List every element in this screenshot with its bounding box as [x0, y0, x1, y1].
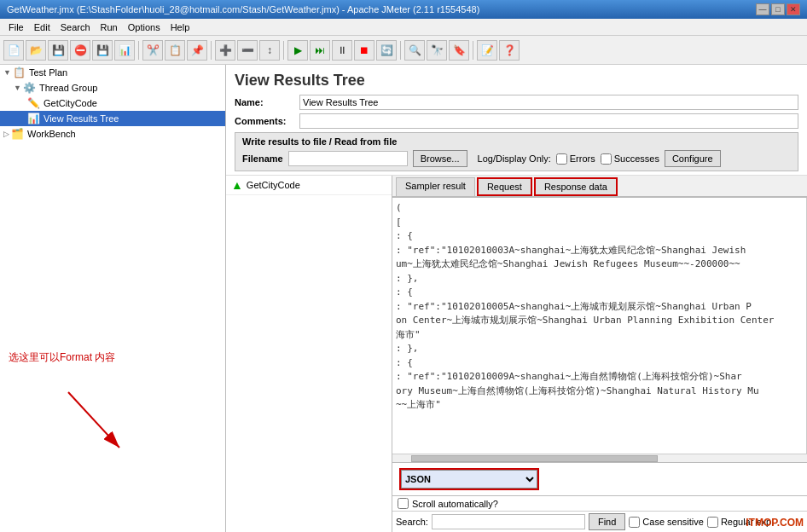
tb-paste[interactable]: 📌	[187, 40, 207, 61]
resp-line-0: (	[396, 201, 803, 216]
tb-help[interactable]: ❓	[499, 40, 520, 61]
resp-line-8: on Center~上海城市规划展示馆~Shanghai Urban Plann…	[396, 314, 803, 328]
sample-item-label: GetCityCode	[247, 180, 300, 190]
comments-row: Comments:	[235, 113, 798, 129]
resp-line-10: : },	[396, 342, 803, 356]
tree-node-viewresults[interactable]: 📊 View Results Tree	[0, 111, 225, 126]
errors-label: Errors	[570, 153, 595, 164]
configure-btn[interactable]: Configure	[665, 150, 721, 167]
comments-input[interactable]	[299, 113, 798, 129]
tree-node-testplan[interactable]: ▼ 📋 Test Plan	[0, 65, 225, 80]
minimize-btn[interactable]: —	[756, 3, 769, 15]
resp-line-7: : "ref":"10102010005A~shanghai~上海城市规划展示馆…	[396, 300, 803, 315]
toolbar: 📄 📂 💾 ⛔ 💾 📊 ✂️ 📋 📌 ➕ ➖ ↕️ ▶ ⏭ ⏸ ⏹ 🔄 🔍 🔭 …	[0, 36, 807, 65]
regular-exp-checkbox[interactable]	[707, 517, 718, 528]
file-row: Filename Browse... Log/Display Only: Err…	[242, 150, 791, 167]
menu-options[interactable]: Options	[123, 21, 165, 33]
file-section: Write results to file / Read from file F…	[235, 132, 798, 171]
tb-add[interactable]: ➕	[215, 40, 235, 61]
resp-line-6: : {	[396, 286, 803, 300]
tb-action-scissors[interactable]: 🔖	[449, 40, 469, 61]
tb-clear[interactable]: 🔄	[376, 40, 397, 61]
watermark: ITMOP.COM	[746, 517, 804, 529]
results-panel: Sampler result Request Response data ( […	[392, 176, 807, 532]
menu-file[interactable]: File	[3, 21, 29, 33]
successes-checkbox-label[interactable]: Successes	[601, 153, 659, 165]
case-sensitive-checkbox[interactable]	[629, 517, 640, 528]
tb-open[interactable]: 📂	[26, 40, 46, 61]
status-icon-green: ▲	[231, 178, 243, 192]
tb-remove[interactable]: ➖	[237, 40, 258, 61]
filename-input[interactable]	[288, 151, 408, 166]
errors-checkbox[interactable]	[556, 153, 567, 165]
horizontal-scrollbar[interactable]	[392, 454, 807, 462]
tb-list[interactable]: 📝	[477, 40, 497, 61]
format-select[interactable]: JSON XML HTML Text	[401, 470, 537, 489]
tb-stop[interactable]: ⏹	[354, 40, 374, 61]
tb-save[interactable]: 💾	[48, 40, 68, 61]
svg-line-1	[68, 392, 119, 448]
tb-copy[interactable]: 📋	[165, 40, 185, 61]
resp-line-5: : },	[396, 272, 803, 286]
find-btn[interactable]: Find	[589, 513, 625, 530]
sep1	[138, 41, 139, 60]
maximize-btn[interactable]: □	[771, 3, 785, 15]
tab-request[interactable]: Request	[477, 177, 532, 196]
search-input[interactable]	[432, 514, 585, 529]
tb-pause[interactable]: ⏸	[332, 40, 352, 61]
resp-line-2: : {	[396, 229, 803, 244]
tb-run-all[interactable]: ⏭	[310, 40, 330, 61]
title-text: GetWeather.jmx (E:\StashFolder\huoli_28@…	[7, 4, 479, 14]
right-panel: View Results Tree Name: Comments: Write …	[226, 65, 807, 532]
collapse-icon-workbench: ▷	[3, 130, 9, 138]
menu-search[interactable]: Search	[55, 21, 96, 33]
scroll-auto-checkbox[interactable]	[398, 498, 409, 509]
resp-line-11: : {	[396, 356, 803, 371]
tb-action-binoculars[interactable]: 🔭	[427, 40, 447, 61]
viewresults-label: View Results Tree	[44, 113, 119, 124]
collapse-icon-testplan: ▼	[3, 68, 11, 77]
resp-line-1: [	[396, 216, 803, 230]
name-input[interactable]	[299, 95, 798, 110]
tb-action3[interactable]: ↕️	[259, 40, 280, 61]
tb-cut[interactable]: ✂️	[142, 40, 163, 61]
comments-label: Comments:	[235, 116, 294, 126]
case-sensitive-label[interactable]: Case sensitive	[629, 517, 704, 528]
sep4	[400, 41, 401, 60]
resp-line-9: 海市"	[396, 328, 803, 343]
tb-new[interactable]: 📄	[3, 40, 24, 61]
successes-checkbox[interactable]	[601, 153, 612, 165]
resp-line-3: : "ref":"10102010003A~shanghai~上海犹太难民纪念馆…	[396, 244, 803, 258]
close-btn[interactable]: ✕	[787, 3, 800, 15]
tree-node-getcitycode[interactable]: ✏️ GetCityCode	[0, 95, 225, 111]
menu-run[interactable]: Run	[96, 21, 123, 33]
sep2	[211, 41, 212, 60]
menu-edit[interactable]: Edit	[29, 21, 55, 33]
bottom-controls: JSON XML HTML Text Scroll automatically?…	[392, 462, 807, 532]
errors-checkbox-label[interactable]: Errors	[556, 153, 595, 165]
tab-sampler[interactable]: Sampler result	[396, 177, 475, 196]
annotation-text: 选这里可以Format 内容	[9, 350, 119, 365]
browse-btn[interactable]: Browse...	[413, 150, 467, 167]
tree-node-threadgroup[interactable]: ▼ ⚙️ Thread Group	[0, 80, 225, 95]
threadgroup-icon: ⚙️	[23, 82, 36, 94]
sample-item-getcitycode[interactable]: ▲ GetCityCode	[226, 176, 392, 195]
workbench-label: WorkBench	[27, 129, 76, 139]
tree-node-workbench[interactable]: ▷ 🗂️ WorkBench	[0, 126, 225, 142]
case-sensitive-text: Case sensitive	[642, 517, 704, 527]
tb-stop-red[interactable]: ⛔	[70, 40, 90, 61]
format-box: JSON XML HTML Text	[399, 468, 539, 490]
workbench-icon: 🗂️	[11, 128, 24, 140]
resp-line-14: ~~上海市"	[396, 398, 803, 413]
main-area: ▼ 📋 Test Plan ▼ ⚙️ Thread Group ✏️ GetCi…	[0, 65, 807, 532]
tb-run[interactable]: ▶	[287, 40, 308, 61]
scroll-auto-label: Scroll automatically?	[412, 499, 498, 509]
tb-save2[interactable]: 💾	[92, 40, 113, 61]
menu-help[interactable]: Help	[165, 21, 195, 33]
name-row: Name:	[235, 95, 798, 110]
content-area: ▲ GetCityCode Sampler result Request Res…	[226, 176, 807, 532]
tb-search[interactable]: 🔍	[404, 40, 425, 61]
tab-response[interactable]: Response data	[534, 177, 618, 196]
testplan-label: Test Plan	[29, 67, 67, 78]
tb-action5[interactable]: 📊	[114, 40, 135, 61]
